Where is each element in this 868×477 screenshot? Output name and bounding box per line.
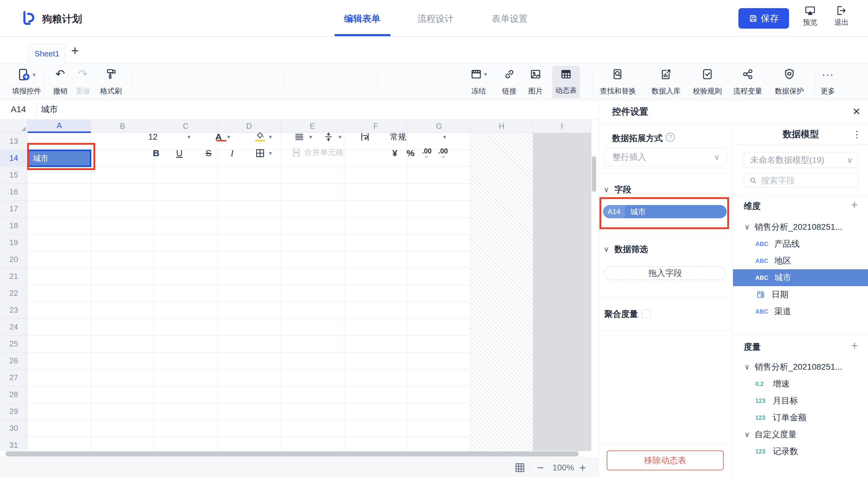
strikethrough-button[interactable]: S xyxy=(203,147,215,159)
merge-cells-button[interactable]: 合并单元格 xyxy=(291,147,344,158)
redo-button[interactable]: ↷ 重做 xyxy=(72,68,93,96)
more-button[interactable]: ··· 更多 xyxy=(816,68,840,96)
dimension-item-date[interactable]: 日期 xyxy=(733,286,868,303)
row-header[interactable]: 29 xyxy=(0,403,28,420)
percent-format-button[interactable]: % xyxy=(404,147,416,159)
font-color-button[interactable]: BA xyxy=(211,131,226,143)
column-header-h[interactable]: H xyxy=(471,120,533,133)
row-header[interactable]: 24 xyxy=(0,319,28,336)
data-expand-select[interactable]: 整行插入 ∨ xyxy=(604,148,727,167)
exit-button[interactable]: 退出 xyxy=(830,5,854,27)
format-painter-button[interactable]: 格式刷 xyxy=(96,68,125,96)
grid-view-button[interactable] xyxy=(514,458,526,477)
row-header[interactable]: 28 xyxy=(0,386,28,403)
bold-button[interactable]: B xyxy=(150,147,162,159)
italic-button[interactable]: I xyxy=(226,147,238,159)
row-header[interactable]: 26 xyxy=(0,353,28,369)
add-sheet-button[interactable]: + xyxy=(71,42,79,59)
row-header[interactable]: 18 xyxy=(0,217,28,234)
row-header[interactable]: 31 xyxy=(0,437,28,451)
row-header[interactable]: 19 xyxy=(0,234,28,251)
row-header[interactable]: 25 xyxy=(0,336,28,353)
remove-dynamic-table-button[interactable]: 移除动态表 xyxy=(607,450,724,470)
save-button[interactable]: 保存 xyxy=(738,8,789,29)
flow-variables-button[interactable]: 流程变量 xyxy=(727,68,769,96)
column-header-a[interactable]: A xyxy=(28,120,91,133)
column-header-i[interactable]: I xyxy=(533,120,591,133)
data-store-button[interactable]: 数据入库 xyxy=(645,68,687,96)
row-header[interactable]: 16 xyxy=(0,184,28,201)
custom-measure-group[interactable]: ∨ 自定义度量 xyxy=(733,426,868,443)
dimension-group[interactable]: ∨ 销售分析_202108251... xyxy=(733,218,868,236)
undo-button[interactable]: ↶ 撤销 xyxy=(50,68,71,96)
zoom-level[interactable]: 100% xyxy=(553,458,574,477)
kebab-menu-icon[interactable]: ⋮ xyxy=(852,124,861,145)
validation-rules-button[interactable]: 校验规则 xyxy=(686,68,728,96)
row-header[interactable]: 30 xyxy=(0,420,28,437)
borders-button[interactable] xyxy=(253,147,268,159)
number-format-select[interactable]: 常规 ▾ xyxy=(390,131,446,143)
row-header[interactable]: 27 xyxy=(0,369,28,386)
tab-flow-design[interactable]: 流程设计 xyxy=(417,13,454,25)
caret-down-icon[interactable]: ▾ xyxy=(309,134,312,140)
filter-section-header[interactable]: ∨ 数据筛选 xyxy=(604,244,648,255)
measure-item-record-count[interactable]: 123 记录数 xyxy=(733,443,868,460)
row-header[interactable]: 13 xyxy=(0,133,28,150)
drop-field-zone[interactable]: 拖入字段 xyxy=(604,266,726,280)
horizontal-align-button[interactable] xyxy=(293,131,305,143)
grid-cells-area[interactable] xyxy=(28,133,471,451)
close-icon[interactable]: ✕ xyxy=(852,99,861,124)
row-header[interactable]: 17 xyxy=(0,201,28,217)
font-size-select[interactable]: 12 ▾ xyxy=(148,131,190,143)
add-measure-button[interactable]: + xyxy=(849,339,860,352)
formula-input[interactable]: 城市 xyxy=(41,99,58,119)
vertical-scrollbar[interactable] xyxy=(592,156,596,192)
horizontal-scrollbar[interactable] xyxy=(5,451,579,456)
row-header[interactable]: 20 xyxy=(0,251,28,268)
column-header-d[interactable]: D xyxy=(218,120,281,133)
caret-down-icon[interactable]: ▾ xyxy=(227,134,230,140)
tab-form-settings[interactable]: 表单设置 xyxy=(492,13,528,25)
freeze-button[interactable]: ▾ 冻结 xyxy=(464,68,493,96)
row-header[interactable]: 23 xyxy=(0,302,28,319)
dimension-item-region[interactable]: ABC 地区 xyxy=(733,252,868,269)
caret-down-icon[interactable]: ▾ xyxy=(269,150,272,156)
model-select[interactable]: 未命名数据模型(19) ∨ xyxy=(744,152,858,168)
fill-color-button[interactable] xyxy=(253,130,268,142)
measure-item-order-amount[interactable]: 123 订单金额 xyxy=(733,409,868,426)
find-replace-button[interactable]: 查找和替换 xyxy=(595,68,641,96)
dimension-item-product-line[interactable]: ABC 产品线 xyxy=(733,236,868,252)
decrease-decimal-button[interactable]: .00← xyxy=(420,147,433,159)
row-header[interactable]: 22 xyxy=(0,285,28,302)
search-field-input[interactable]: 搜索字段 xyxy=(744,173,858,187)
measure-group[interactable]: ∨ 销售分析_202108251... xyxy=(733,358,868,376)
caret-down-icon[interactable]: ▾ xyxy=(269,134,272,140)
preview-button[interactable]: 预览 xyxy=(798,5,822,27)
dimension-item-channel[interactable]: ABC 渠道 xyxy=(733,303,868,320)
dimension-item-city-selected[interactable]: ABC 城市 xyxy=(733,269,868,286)
add-dimension-button[interactable]: + xyxy=(849,199,860,211)
column-header-b[interactable]: B xyxy=(91,120,154,133)
select-all-corner[interactable] xyxy=(0,120,28,133)
link-button[interactable]: 链接 xyxy=(496,68,523,96)
grid-body[interactable]: 13 14 15 16 17 18 19 20 21 22 23 24 25 2… xyxy=(0,133,598,451)
aggregate-checkbox[interactable] xyxy=(642,309,651,318)
row-header-active[interactable]: 14 xyxy=(0,150,28,167)
measure-item-growth[interactable]: 0.2 增速 xyxy=(733,376,868,392)
field-section-header[interactable]: ∨ 字段 xyxy=(604,184,631,196)
dynamic-table-button[interactable]: 动态表 xyxy=(552,66,580,98)
row-header[interactable]: 15 xyxy=(0,167,28,184)
zoom-out-button[interactable]: − xyxy=(537,458,544,477)
selected-cell-a14[interactable]: 城市 xyxy=(28,150,91,167)
sheet-tab-sheet1[interactable]: Sheet1 xyxy=(29,44,65,63)
increase-decimal-button[interactable]: .00→ xyxy=(436,147,450,159)
column-header-e[interactable]: E xyxy=(281,120,344,133)
currency-format-button[interactable]: ¥ xyxy=(389,147,401,159)
image-button[interactable]: 图片 xyxy=(522,68,549,96)
zoom-in-button[interactable]: + xyxy=(579,458,586,477)
field-pill-a14[interactable]: A14 城市 xyxy=(603,205,727,218)
data-protection-button[interactable]: 数据保护 xyxy=(768,68,810,96)
caret-down-icon[interactable]: ▾ xyxy=(338,134,341,140)
tab-edit-form[interactable]: 编辑表单 xyxy=(344,13,380,25)
wrap-text-button[interactable] xyxy=(359,131,371,143)
